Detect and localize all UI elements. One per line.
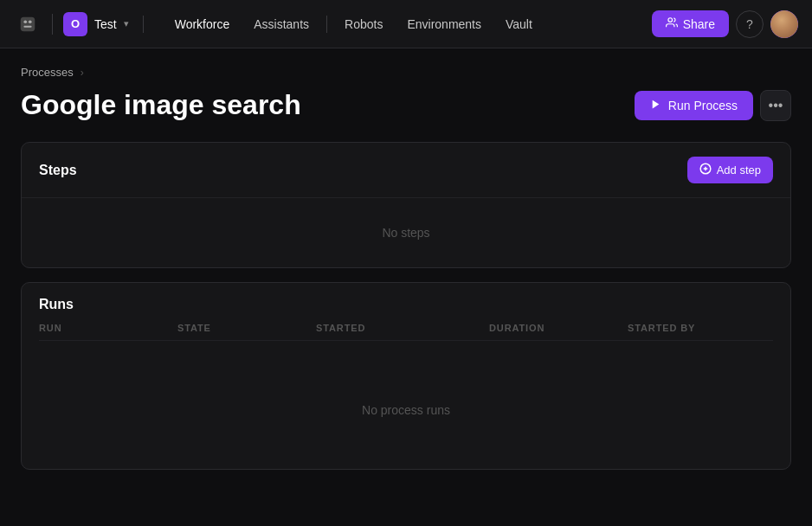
svg-marker-5 (653, 99, 660, 108)
help-button[interactable]: ? (736, 10, 764, 38)
share-icon (666, 16, 678, 31)
main-nav: Workforce Assistants Robots Environments… (164, 12, 543, 36)
user-avatar[interactable] (770, 10, 798, 38)
nav-item-workforce[interactable]: Workforce (164, 12, 241, 36)
share-label: Share (683, 17, 715, 31)
runs-card-title: Runs (39, 297, 773, 312)
steps-card-title: Steps (39, 163, 77, 178)
col-header-state: STATE (177, 323, 316, 333)
col-header-started: STARTED (316, 323, 489, 333)
workspace-selector[interactable]: O Test ▾ (63, 12, 129, 36)
svg-point-4 (668, 18, 673, 22)
svg-point-2 (29, 20, 32, 23)
chevron-down-icon: ▾ (124, 18, 129, 29)
runs-card: Runs RUN STATE STARTED DURATION STARTED … (21, 282, 791, 470)
col-header-duration: DURATION (489, 323, 628, 333)
nav-divider-mid (326, 16, 327, 33)
navbar: O Test ▾ Workforce Assistants Robots Env… (0, 0, 812, 48)
workspace-avatar: O (63, 12, 87, 36)
runs-table-header: RUN STATE STARTED DURATION STARTED BY (39, 323, 773, 341)
steps-card-header: Steps Add step (22, 143, 790, 198)
add-step-label: Add step (717, 164, 761, 176)
page-actions: Run Process ••• (635, 90, 791, 121)
col-header-started-by: STARTED BY (628, 323, 773, 333)
svg-rect-0 (21, 16, 35, 31)
nav-item-vault[interactable]: Vault (495, 12, 543, 36)
navbar-right: Share ? (652, 10, 798, 38)
svg-rect-3 (23, 25, 31, 27)
play-icon (650, 99, 661, 112)
help-icon: ? (746, 17, 753, 31)
runs-empty-state: No process runs (22, 351, 790, 469)
run-process-button[interactable]: Run Process (635, 91, 753, 120)
col-header-run: RUN (39, 323, 177, 333)
user-avatar-image (770, 10, 798, 38)
nav-divider-left (52, 14, 53, 35)
add-step-button[interactable]: Add step (687, 157, 773, 183)
steps-card: Steps Add step No steps (21, 142, 791, 268)
more-options-button[interactable]: ••• (760, 90, 791, 121)
svg-point-1 (23, 20, 27, 23)
breadcrumb: Processes › (21, 66, 791, 79)
page-title: Google image search (21, 89, 301, 121)
add-step-icon (699, 163, 712, 177)
steps-empty-state: No steps (22, 198, 790, 267)
more-icon: ••• (769, 98, 783, 113)
breadcrumb-separator: › (81, 67, 84, 79)
run-process-label: Run Process (668, 99, 738, 112)
nav-divider-workspace (143, 16, 144, 33)
nav-item-robots[interactable]: Robots (334, 12, 393, 36)
main-content: Processes › Google image search Run Proc… (0, 48, 812, 487)
nav-item-assistants[interactable]: Assistants (243, 12, 319, 36)
workspace-name: Test (94, 17, 117, 31)
app-logo (14, 10, 42, 38)
share-button[interactable]: Share (652, 10, 729, 37)
nav-item-environments[interactable]: Environments (396, 12, 492, 36)
breadcrumb-processes-link[interactable]: Processes (21, 66, 74, 79)
page-header: Google image search Run Process ••• (21, 89, 791, 121)
runs-card-header: Runs RUN STATE STARTED DURATION STARTED … (22, 283, 790, 351)
